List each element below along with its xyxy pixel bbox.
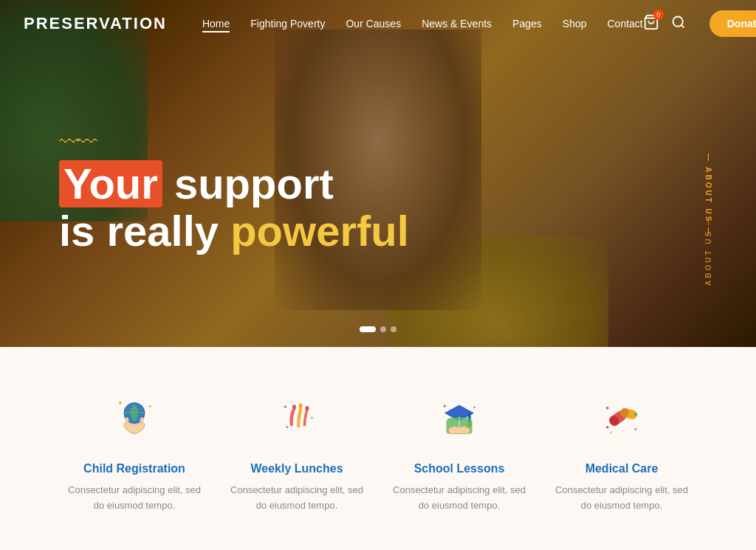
svg-text:✦: ✦ [609,430,613,435]
medical-care-icon: ✦ ✦ ✦ [596,395,647,447]
medical-care-desc: Consectetur adipiscing elit, sed do eius… [555,483,688,514]
nav-links: Home Fighting Poverty Our Causes News & … [202,17,643,30]
about-us-side-text: — ABOUT US — ABOUT US — [667,191,750,255]
hero-title-powerful: powerful [230,207,409,255]
svg-text:✦: ✦ [442,403,447,410]
weekly-lunches-icon-wrap: ✦ ✦ ✦ [267,391,326,450]
nav-link-our-causes[interactable]: Our Causes [346,18,401,30]
nav-link-contact[interactable]: Contact [608,18,643,30]
school-lessons-icon: ✦ ✦ [433,395,485,447]
cart-badge: 0 [653,10,664,20]
weekly-lunches-icon: ✦ ✦ ✦ [271,395,323,447]
cart-button[interactable]: 0 [643,14,659,33]
svg-text:✦: ✦ [472,405,476,410]
donate-button[interactable]: Donate [709,10,756,37]
hero-title-your: Your [59,160,162,207]
hero-title-line2: is really powerful [59,207,409,255]
hero-dot-3[interactable] [391,326,396,332]
hero-title: Your support is really powerful [59,160,409,255]
nav-link-shop[interactable]: Shop [563,18,587,30]
child-registration-icon: ✦ ✦ [109,395,160,447]
svg-line-2 [681,24,684,27]
hero-dot-1[interactable] [360,326,376,332]
svg-point-1 [673,16,682,26]
hero-content: 〰〰 Your support is really powerful [59,130,409,255]
nav-item-news-events[interactable]: News & Events [422,17,492,30]
logo: Preservation [24,14,167,33]
svg-text:✦: ✦ [283,404,288,410]
nav-link-fighting-poverty[interactable]: Fighting Poverty [250,18,325,30]
service-card-weekly-lunches: ✦ ✦ ✦ Weekly Lunches Consectetur adipisc… [216,391,378,514]
child-registration-title: Child Registration [83,462,185,475]
nav-item-shop[interactable]: Shop [563,17,587,30]
navbar: Preservation Home Fighting Poverty Our C… [0,0,756,47]
nav-item-our-causes[interactable]: Our Causes [346,17,401,30]
child-registration-desc: Consectetur adipiscing elit, sed do eius… [68,483,201,514]
search-button[interactable] [671,15,686,33]
school-lessons-icon-wrap: ✦ ✦ [430,391,489,450]
nav-icons: 0 Donate [643,10,756,37]
school-lessons-title: School Lessons [414,462,505,475]
svg-text:✦: ✦ [148,404,152,409]
svg-point-22 [634,413,637,416]
service-card-child-registration: ✦ ✦ Child Registration Consectetur adipi… [53,391,216,514]
service-card-medical-care: ✦ ✦ ✦ Medical Care Consectetur adipiscin… [540,391,703,514]
nav-item-fighting-poverty[interactable]: Fighting Poverty [250,17,325,30]
svg-point-23 [606,426,609,429]
svg-text:✦: ✦ [310,415,314,420]
school-lessons-desc: Consectetur adipiscing elit, sed do eius… [393,483,526,514]
weekly-lunches-title: Weekly Lunches [250,462,343,475]
svg-text:✦: ✦ [117,399,123,407]
deco-squiggle: 〰〰 [59,130,409,154]
nav-item-home[interactable]: Home [202,17,230,30]
svg-text:✦: ✦ [605,405,611,412]
hero-dots [360,326,396,332]
weekly-lunches-desc: Consectetur adipiscing elit, sed do eius… [230,483,363,514]
child-registration-icon-wrap: ✦ ✦ [105,391,164,450]
nav-item-contact[interactable]: Contact [608,17,643,30]
nav-link-home[interactable]: Home [202,18,230,32]
nav-link-news-events[interactable]: News & Events [422,18,492,30]
svg-text:✦: ✦ [285,424,289,430]
service-card-school-lessons: ✦ ✦ School Lessons Consectetur adipiscin… [378,391,540,514]
svg-text:✦: ✦ [633,427,638,432]
nav-item-pages[interactable]: Pages [512,17,542,30]
medical-care-title: Medical Care [585,462,659,475]
hero-title-support: support [174,159,334,207]
hero-dot-2[interactable] [380,326,386,332]
about-us-label2: ABOUT US — [704,216,712,286]
search-icon [671,15,686,30]
services-section: ✦ ✦ Child Registration Consectetur adipi… [0,347,756,550]
nav-link-pages[interactable]: Pages [512,18,542,30]
hero-section: Preservation Home Fighting Poverty Our C… [0,0,756,347]
medical-care-icon-wrap: ✦ ✦ ✦ [592,391,651,450]
